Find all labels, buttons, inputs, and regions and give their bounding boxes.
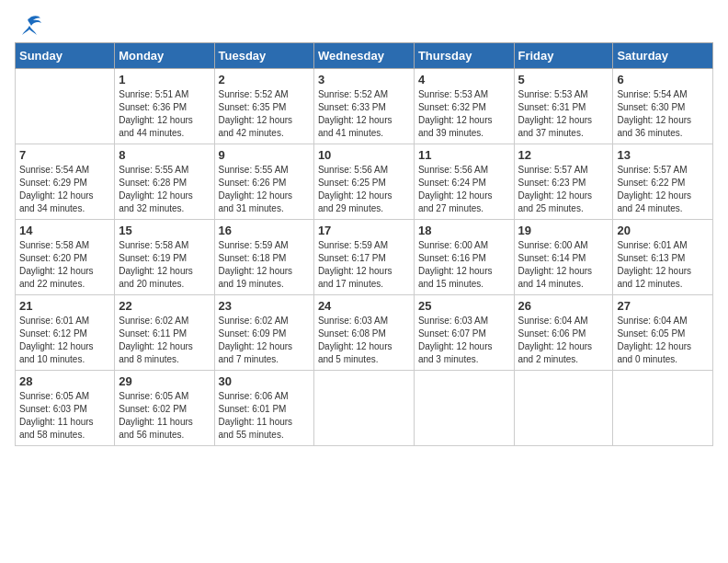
day-info: Sunrise: 5:55 AM Sunset: 6:28 PM Dayligh…: [119, 164, 210, 215]
calendar-day-cell: 8Sunrise: 5:55 AM Sunset: 6:28 PM Daylig…: [115, 144, 214, 220]
calendar-day-cell: 1Sunrise: 5:51 AM Sunset: 6:36 PM Daylig…: [115, 69, 214, 144]
calendar-day-cell: [16, 69, 115, 144]
calendar-day-header: Monday: [115, 43, 214, 69]
calendar-day-cell: 16Sunrise: 5:59 AM Sunset: 6:18 PM Dayli…: [214, 220, 313, 295]
calendar-day-header: Saturday: [613, 43, 713, 69]
day-number: 16: [219, 224, 310, 237]
calendar-day-cell: 20Sunrise: 6:01 AM Sunset: 6:13 PM Dayli…: [613, 220, 713, 295]
calendar-day-cell: 18Sunrise: 6:00 AM Sunset: 6:16 PM Dayli…: [414, 220, 514, 295]
day-number: 1: [119, 73, 210, 86]
calendar-day-cell: 7Sunrise: 5:54 AM Sunset: 6:29 PM Daylig…: [16, 144, 115, 220]
day-number: 25: [418, 299, 510, 313]
day-info: Sunrise: 5:59 AM Sunset: 6:17 PM Dayligh…: [318, 239, 410, 291]
calendar-day-cell: 10Sunrise: 5:56 AM Sunset: 6:25 PM Dayli…: [313, 144, 414, 220]
logo-bird-icon: [17, 15, 42, 37]
calendar-day-cell: 12Sunrise: 5:57 AM Sunset: 6:23 PM Dayli…: [514, 144, 613, 220]
day-info: Sunrise: 5:54 AM Sunset: 6:29 PM Dayligh…: [19, 164, 110, 215]
day-number: 10: [318, 148, 410, 162]
calendar-week-row: 7Sunrise: 5:54 AM Sunset: 6:29 PM Daylig…: [16, 144, 713, 220]
day-info: Sunrise: 5:52 AM Sunset: 6:35 PM Dayligh…: [219, 88, 310, 140]
day-number: 29: [119, 374, 210, 388]
day-info: Sunrise: 6:00 AM Sunset: 6:14 PM Dayligh…: [518, 239, 609, 291]
calendar-day-cell: 23Sunrise: 6:02 AM Sunset: 6:09 PM Dayli…: [214, 295, 313, 371]
calendar-day-cell: 14Sunrise: 5:58 AM Sunset: 6:20 PM Dayli…: [16, 220, 115, 295]
calendar-day-header: Thursday: [414, 43, 514, 69]
day-info: Sunrise: 5:59 AM Sunset: 6:18 PM Dayligh…: [219, 239, 310, 291]
calendar-day-cell: 25Sunrise: 6:03 AM Sunset: 6:07 PM Dayli…: [414, 295, 514, 371]
calendar-week-row: 14Sunrise: 5:58 AM Sunset: 6:20 PM Dayli…: [16, 220, 713, 295]
day-number: 13: [617, 148, 709, 162]
day-info: Sunrise: 5:52 AM Sunset: 6:33 PM Dayligh…: [318, 88, 410, 140]
calendar-day-header: Tuesday: [214, 43, 313, 69]
calendar-body: 1Sunrise: 5:51 AM Sunset: 6:36 PM Daylig…: [16, 69, 713, 446]
calendar-day-cell: 4Sunrise: 5:53 AM Sunset: 6:32 PM Daylig…: [414, 69, 514, 144]
calendar-day-cell: [414, 371, 514, 446]
day-number: 30: [219, 374, 310, 388]
day-info: Sunrise: 5:57 AM Sunset: 6:23 PM Dayligh…: [518, 164, 609, 215]
day-info: Sunrise: 5:56 AM Sunset: 6:25 PM Dayligh…: [318, 164, 410, 215]
day-number: 17: [318, 224, 410, 237]
calendar-week-row: 21Sunrise: 6:01 AM Sunset: 6:12 PM Dayli…: [16, 295, 713, 371]
day-number: 8: [119, 148, 210, 162]
calendar-header-row: SundayMondayTuesdayWednesdayThursdayFrid…: [16, 43, 713, 69]
calendar-day-cell: [613, 371, 713, 446]
calendar-day-cell: 27Sunrise: 6:04 AM Sunset: 6:05 PM Dayli…: [613, 295, 713, 371]
day-number: 18: [418, 224, 510, 237]
day-number: 2: [219, 73, 310, 86]
calendar-day-cell: [514, 371, 613, 446]
day-number: 3: [318, 73, 410, 86]
day-number: 23: [219, 299, 310, 313]
day-info: Sunrise: 5:55 AM Sunset: 6:26 PM Dayligh…: [219, 164, 310, 215]
day-number: 19: [518, 224, 609, 237]
day-number: 26: [518, 299, 609, 313]
day-info: Sunrise: 6:05 AM Sunset: 6:02 PM Dayligh…: [119, 390, 210, 442]
day-number: 6: [617, 73, 709, 86]
day-number: 14: [19, 224, 110, 237]
calendar-week-row: 1Sunrise: 5:51 AM Sunset: 6:36 PM Daylig…: [16, 69, 713, 144]
calendar-day-cell: 19Sunrise: 6:00 AM Sunset: 6:14 PM Dayli…: [514, 220, 613, 295]
calendar-day-cell: 26Sunrise: 6:04 AM Sunset: 6:06 PM Dayli…: [514, 295, 613, 371]
day-info: Sunrise: 6:02 AM Sunset: 6:09 PM Dayligh…: [219, 315, 310, 366]
day-info: Sunrise: 5:58 AM Sunset: 6:19 PM Dayligh…: [119, 239, 210, 291]
calendar-day-cell: 2Sunrise: 5:52 AM Sunset: 6:35 PM Daylig…: [214, 69, 313, 144]
day-info: Sunrise: 6:01 AM Sunset: 6:12 PM Dayligh…: [19, 315, 110, 366]
day-info: Sunrise: 6:00 AM Sunset: 6:16 PM Dayligh…: [418, 239, 510, 291]
day-number: 24: [318, 299, 410, 313]
calendar-day-cell: 22Sunrise: 6:02 AM Sunset: 6:11 PM Dayli…: [115, 295, 214, 371]
calendar-day-cell: 3Sunrise: 5:52 AM Sunset: 6:33 PM Daylig…: [313, 69, 414, 144]
calendar-day-cell: [313, 371, 414, 446]
day-number: 5: [518, 73, 609, 86]
day-number: 28: [19, 374, 110, 388]
calendar-day-cell: 6Sunrise: 5:54 AM Sunset: 6:30 PM Daylig…: [613, 69, 713, 144]
calendar-day-header: Wednesday: [313, 43, 414, 69]
day-info: Sunrise: 6:03 AM Sunset: 6:07 PM Dayligh…: [418, 315, 510, 366]
day-info: Sunrise: 5:54 AM Sunset: 6:30 PM Dayligh…: [617, 88, 709, 140]
calendar-table: SundayMondayTuesdayWednesdayThursdayFrid…: [15, 42, 713, 446]
day-number: 9: [219, 148, 310, 162]
day-info: Sunrise: 5:51 AM Sunset: 6:36 PM Dayligh…: [119, 88, 210, 140]
day-number: 15: [119, 224, 210, 237]
day-info: Sunrise: 6:04 AM Sunset: 6:05 PM Dayligh…: [617, 315, 709, 366]
day-info: Sunrise: 5:56 AM Sunset: 6:24 PM Dayligh…: [418, 164, 510, 215]
day-info: Sunrise: 5:58 AM Sunset: 6:20 PM Dayligh…: [19, 239, 110, 291]
day-number: 11: [418, 148, 510, 162]
calendar-day-cell: 28Sunrise: 6:05 AM Sunset: 6:03 PM Dayli…: [16, 371, 115, 446]
calendar-day-header: Sunday: [16, 43, 115, 69]
calendar-day-cell: 29Sunrise: 6:05 AM Sunset: 6:02 PM Dayli…: [115, 371, 214, 446]
day-number: 12: [518, 148, 609, 162]
day-number: 20: [617, 224, 709, 237]
day-info: Sunrise: 6:03 AM Sunset: 6:08 PM Dayligh…: [318, 315, 410, 366]
day-number: 4: [418, 73, 510, 86]
calendar-day-cell: 13Sunrise: 5:57 AM Sunset: 6:22 PM Dayli…: [613, 144, 713, 220]
calendar-day-cell: 24Sunrise: 6:03 AM Sunset: 6:08 PM Dayli…: [313, 295, 414, 371]
calendar-day-header: Friday: [514, 43, 613, 69]
calendar-day-cell: 11Sunrise: 5:56 AM Sunset: 6:24 PM Dayli…: [414, 144, 514, 220]
day-info: Sunrise: 6:05 AM Sunset: 6:03 PM Dayligh…: [19, 390, 110, 442]
calendar-day-cell: 15Sunrise: 5:58 AM Sunset: 6:19 PM Dayli…: [115, 220, 214, 295]
day-info: Sunrise: 6:02 AM Sunset: 6:11 PM Dayligh…: [119, 315, 210, 366]
day-info: Sunrise: 5:53 AM Sunset: 6:32 PM Dayligh…: [418, 88, 510, 140]
calendar-day-cell: 21Sunrise: 6:01 AM Sunset: 6:12 PM Dayli…: [16, 295, 115, 371]
logo: [15, 15, 42, 33]
day-info: Sunrise: 6:01 AM Sunset: 6:13 PM Dayligh…: [617, 239, 709, 291]
calendar-day-cell: 30Sunrise: 6:06 AM Sunset: 6:01 PM Dayli…: [214, 371, 313, 446]
